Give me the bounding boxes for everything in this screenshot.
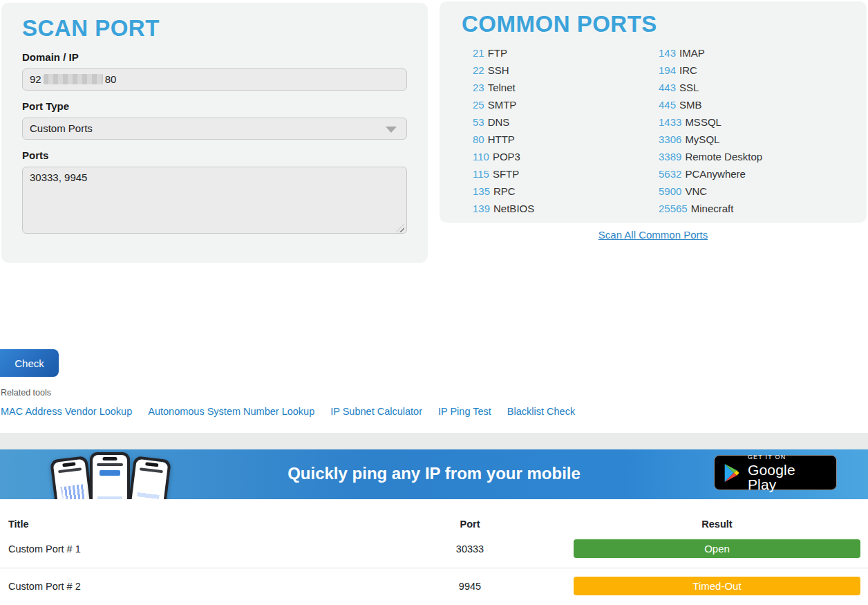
table-row: Custom Port # 2 9945 Timed-Out <box>0 568 868 604</box>
port-name: SMTP <box>488 99 517 111</box>
port-name: MySQL <box>685 133 719 145</box>
port-number: 5900 <box>659 185 681 197</box>
link-ip-subnet-calculator[interactable]: IP Subnet Calculator <box>330 406 422 417</box>
port-name: Telnet <box>488 82 516 93</box>
common-port-item: 5632PCAnywhere <box>659 165 762 183</box>
ports-textarea-wrap: 30333, 9945 <box>22 167 407 236</box>
port-number: 5632 <box>659 168 681 180</box>
phone-notch <box>62 462 76 467</box>
results-table-header: Title Port Result <box>0 499 868 530</box>
phone-screen-button <box>100 470 120 476</box>
port-number: 23 <box>473 82 484 93</box>
port-name: Remote Desktop <box>685 151 762 162</box>
scan-form: Domain / IP 9280 Port Type Custom Ports … <box>22 51 407 236</box>
common-port-item: 445SMB <box>659 96 762 113</box>
phone-notch <box>145 462 159 467</box>
port-name: SSL <box>679 82 699 93</box>
port-name: IMAP <box>679 47 705 59</box>
port-name: DNS <box>488 116 510 128</box>
common-port-item: 21FTP <box>473 44 659 62</box>
common-port-item: 139NetBIOS <box>473 200 659 217</box>
common-port-item: 110POP3 <box>473 148 659 165</box>
page-title: SCAN PORT <box>22 15 428 41</box>
scan-all-common-ports-link[interactable]: Scan All Common Ports <box>598 229 708 241</box>
port-name: POP3 <box>493 151 520 162</box>
phone-screen <box>53 459 93 499</box>
ports-label: Ports <box>22 149 407 161</box>
common-ports-column-right: 143IMAP 194IRC 443SSL 445SMB 1433MSSQL 3… <box>659 44 762 217</box>
link-mac-address-vendor-lookup[interactable]: MAC Address Vendor Lookup <box>1 406 132 417</box>
google-play-badge[interactable]: GET IT ON Google Play <box>714 455 837 490</box>
phone-screen <box>93 455 127 499</box>
port-number: 3389 <box>659 151 681 162</box>
status-badge-timed-out: Timed-Out <box>574 577 860 595</box>
port-number: 110 <box>473 151 489 162</box>
port-number: 3306 <box>659 133 681 145</box>
common-port-item: 22SSH <box>473 62 659 79</box>
row-port: 30333 <box>366 543 574 555</box>
row-title: Custom Port # 2 <box>8 581 366 592</box>
common-port-item: 3306MySQL <box>659 131 762 148</box>
common-port-item: 3389Remote Desktop <box>659 148 762 165</box>
port-name: SSH <box>488 64 509 76</box>
scan-all-wrap: Scan All Common Ports <box>440 229 867 241</box>
phone-screen-chart <box>60 484 86 499</box>
related-tools-label: Related tools <box>1 388 51 398</box>
common-ports-panel: COMMON PORTS 21FTP 22SSH 23Telnet 25SMTP… <box>440 1 867 223</box>
results-table: Title Port Result Custom Port # 1 30333 … <box>0 499 868 604</box>
port-number: 22 <box>473 64 484 76</box>
port-number: 194 <box>659 64 676 76</box>
domain-ip-prefix: 92 <box>30 73 41 85</box>
common-ports-column-left: 21FTP 22SSH 23Telnet 25SMTP 53DNS 80HTTP… <box>473 44 659 217</box>
port-number: 135 <box>473 185 490 197</box>
port-number: 443 <box>659 82 676 93</box>
mobile-app-banner: Quickly ping any IP from your mobile GET… <box>0 449 868 499</box>
phone-notch <box>103 457 117 460</box>
port-number: 115 <box>473 168 489 180</box>
link-ip-ping-test[interactable]: IP Ping Test <box>438 406 491 417</box>
ports-textarea[interactable]: 30333, 9945 <box>22 167 407 234</box>
common-port-item: 5900VNC <box>659 183 762 200</box>
port-name: SMB <box>679 99 702 111</box>
port-number: 139 <box>473 203 490 214</box>
link-blacklist-check[interactable]: Blacklist Check <box>507 406 575 417</box>
port-number: 445 <box>659 99 676 111</box>
common-port-item: 53DNS <box>473 113 659 131</box>
scan-port-panel: SCAN PORT Domain / IP 9280 Port Type Cus… <box>1 3 428 263</box>
port-number: 25565 <box>659 203 688 214</box>
port-type-select[interactable]: Custom Ports <box>22 118 407 140</box>
common-port-item: 194IRC <box>659 62 762 79</box>
domain-ip-input[interactable]: 9280 <box>22 68 407 91</box>
link-asn-lookup[interactable]: Autonomous System Number Lookup <box>148 406 314 417</box>
common-port-item: 115SFTP <box>473 165 659 183</box>
header-result: Result <box>574 519 860 530</box>
phone-screen-tool-grid <box>97 495 122 499</box>
divider-strip <box>0 433 868 449</box>
common-port-item: 25SMTP <box>473 96 659 113</box>
check-button[interactable]: Check <box>0 349 59 377</box>
domain-ip-masked-blur <box>44 74 103 84</box>
domain-ip-label: Domain / IP <box>22 51 407 63</box>
phone-screen-title-bar <box>97 463 123 466</box>
header-port: Port <box>366 519 574 530</box>
common-port-item: 23Telnet <box>473 79 659 96</box>
common-port-item: 443SSL <box>659 79 762 96</box>
port-name: IRC <box>679 64 697 76</box>
google-play-text: GET IT ON Google Play <box>748 454 828 492</box>
phones-mockup-image <box>54 451 173 499</box>
table-row: Custom Port # 1 30333 Open <box>0 530 868 568</box>
port-name: Minecraft <box>691 203 734 214</box>
port-number: 21 <box>473 47 484 59</box>
phone-mockup <box>50 456 95 499</box>
port-name: VNC <box>685 185 707 197</box>
port-number: 1433 <box>659 116 681 128</box>
port-name: MSSQL <box>685 116 721 128</box>
google-play-label: Google Play <box>748 463 828 492</box>
phone-mockup <box>90 452 130 499</box>
common-port-item: 135RPC <box>473 183 659 200</box>
phone-screen-title-bar <box>58 467 82 473</box>
domain-ip-suffix: 80 <box>105 73 117 85</box>
common-port-item: 143IMAP <box>659 44 762 62</box>
google-play-get-it-on: GET IT ON <box>748 454 828 460</box>
scan-port-page: SCAN PORT Domain / IP 9280 Port Type Cus… <box>0 0 868 605</box>
